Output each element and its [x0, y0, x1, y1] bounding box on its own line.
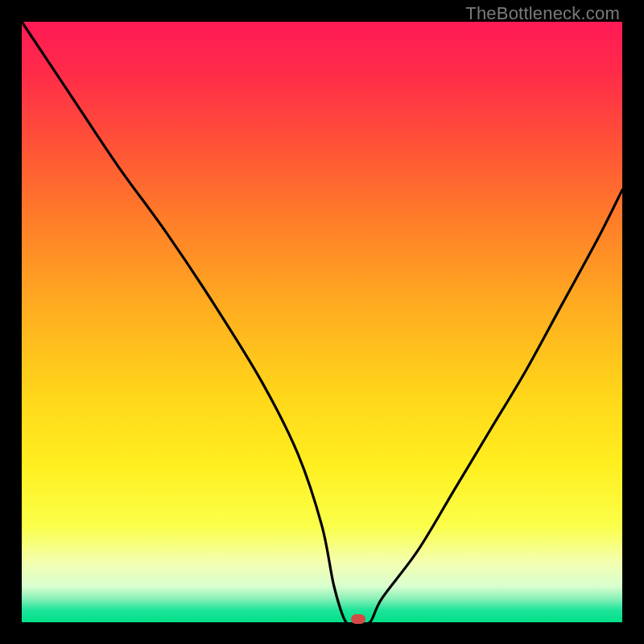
curve-path	[22, 22, 622, 625]
watermark-text: TheBottleneck.com	[465, 3, 620, 24]
chart-frame: TheBottleneck.com	[0, 0, 644, 644]
optimum-marker	[351, 614, 365, 624]
bottleneck-curve	[22, 22, 622, 622]
plot-area	[22, 22, 622, 622]
